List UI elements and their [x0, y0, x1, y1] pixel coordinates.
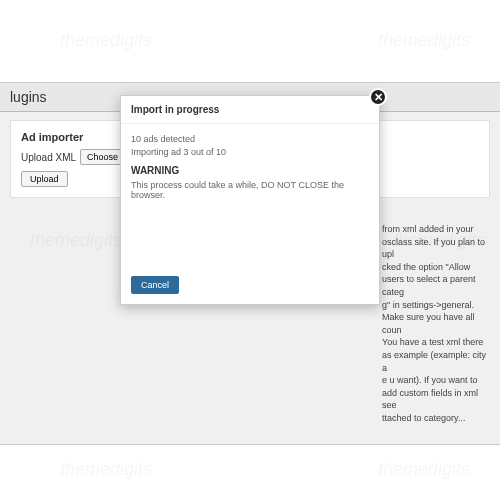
warning-text: This process could take a while, DO NOT …	[131, 180, 369, 200]
warning-heading: WARNING	[131, 165, 369, 176]
close-icon: ✕	[374, 91, 383, 104]
close-button[interactable]: ✕	[369, 88, 387, 106]
modal-title: Import in progress	[121, 96, 379, 124]
ads-detected-text: 10 ads detected	[131, 134, 369, 144]
modal-overlay: ✕ Import in progress 10 ads detected Imp…	[0, 0, 500, 500]
cancel-button[interactable]: Cancel	[131, 276, 179, 294]
import-progress-text: Importing ad 3 out of 10	[131, 147, 369, 157]
import-progress-modal: ✕ Import in progress 10 ads detected Imp…	[120, 95, 380, 305]
